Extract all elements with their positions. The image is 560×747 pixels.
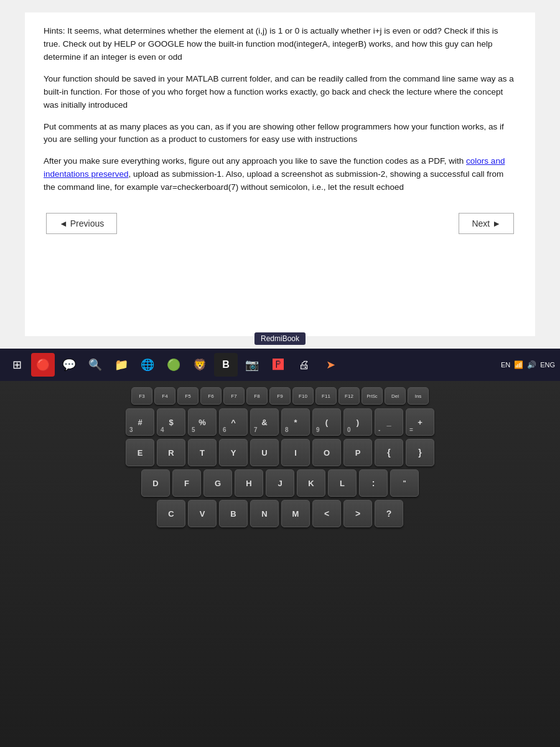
key-f4[interactable]: F4 <box>154 387 175 405</box>
key-j[interactable]: J <box>266 469 294 497</box>
taskbar-stop-icon[interactable]: 🔴 <box>31 353 55 377</box>
key-0[interactable]: ) 0 <box>343 408 372 436</box>
key-question[interactable]: ? <box>375 500 403 527</box>
key-8[interactable]: * 8 <box>281 408 310 436</box>
taskbar-chat-icon[interactable]: 💬 <box>57 353 81 377</box>
content-area: Hints: It seems, what determines whether… <box>0 0 560 349</box>
key-del[interactable]: Del <box>385 387 406 405</box>
qwerty-row: E R T Y U I O P { } <box>12 439 548 466</box>
key-h[interactable]: H <box>235 469 263 497</box>
key-f12[interactable]: F12 <box>338 387 360 405</box>
key-f10[interactable]: F10 <box>292 387 314 405</box>
hint3-text: Put comments at as many places as you ca… <box>44 122 504 144</box>
key-f11[interactable]: F11 <box>315 387 337 405</box>
key-i[interactable]: I <box>281 439 310 466</box>
key-prtsc[interactable]: PrtSc <box>362 387 383 405</box>
hint-paragraph-4: After you make sure everything works, fi… <box>44 155 516 194</box>
keyboard-area: F3 F4 F5 F6 F7 F8 F9 F10 F11 F12 PrtSc D… <box>0 381 560 747</box>
taskbar-brand-label: RedmiBook <box>254 332 306 345</box>
navigation-buttons: ◄ Previous Next ► <box>44 213 516 234</box>
key-7[interactable]: & 7 <box>250 408 279 436</box>
key-c[interactable]: C <box>157 500 185 527</box>
taskbar-start-icon[interactable]: ⊞ <box>5 353 29 377</box>
key-f6[interactable]: F6 <box>200 387 222 405</box>
key-y[interactable]: Y <box>219 439 248 466</box>
hint-paragraph-2: Your function should be saved in your MA… <box>44 73 516 112</box>
key-p[interactable]: P <box>343 439 372 466</box>
key-o[interactable]: O <box>312 439 341 466</box>
hint2-text: Your function should be saved in your MA… <box>44 74 514 110</box>
taskbar-b-icon[interactable]: B <box>214 353 238 377</box>
key-6[interactable]: ^ 6 <box>219 408 248 436</box>
hint-paragraph-1: Hints: It seems, what determines whether… <box>44 25 516 64</box>
key-d[interactable]: D <box>141 469 170 497</box>
hint-paragraph-3: Put comments at as many places as you ca… <box>44 121 516 147</box>
key-f9[interactable]: F9 <box>269 387 291 405</box>
key-r[interactable]: R <box>157 439 185 466</box>
key-quote[interactable]: " <box>390 469 419 497</box>
zxcv-row: C V B N M < > ? <box>12 500 548 527</box>
key-f5[interactable]: F5 <box>177 387 198 405</box>
taskbar-lang-label: ENG <box>540 361 555 369</box>
key-9[interactable]: ( 9 <box>312 408 341 436</box>
key-open-bracket[interactable]: { <box>375 439 403 466</box>
function-key-row: F3 F4 F5 F6 F7 F8 F9 F10 F11 F12 PrtSc D… <box>12 387 548 405</box>
taskbar-p-icon[interactable]: 🅿 <box>266 353 290 377</box>
key-plus[interactable]: + = <box>406 408 434 436</box>
key-m[interactable]: M <box>281 500 310 527</box>
key-3[interactable]: # 3 <box>126 408 154 436</box>
taskbar-right: EN 📶 🔊 ENG <box>501 360 555 369</box>
taskbar-brave-icon[interactable]: 🦁 <box>188 353 212 377</box>
taskbar-print-icon[interactable]: 🖨 <box>292 353 316 377</box>
key-f7[interactable]: F7 <box>223 387 245 405</box>
key-t[interactable]: T <box>188 439 217 466</box>
key-close-bracket[interactable]: } <box>406 439 434 466</box>
key-e[interactable]: E <box>126 439 154 466</box>
hint1-text: Hints: It seems, what determines whether… <box>44 26 498 62</box>
taskbar-volume-icon: 🔊 <box>527 360 536 369</box>
key-ins[interactable]: Ins <box>408 387 429 405</box>
key-k[interactable]: K <box>297 469 325 497</box>
taskbar: ⊞ 🔴 💬 🔍 📁 🌐 🟢 🦁 B 📷 🅿 🖨 ➤ EN 📶 🔊 ENG Red… <box>0 349 560 381</box>
number-row: # 3 $ 4 % 5 ^ 6 & 7 * 8 <box>12 408 548 436</box>
key-g[interactable]: G <box>203 469 232 497</box>
key-less-than[interactable]: < <box>312 500 341 527</box>
laptop-body: F3 F4 F5 F6 F7 F8 F9 F10 F11 F12 PrtSc D… <box>0 381 560 747</box>
key-semicolon[interactable]: : <box>359 469 388 497</box>
taskbar-en-label: EN <box>501 361 510 369</box>
key-b[interactable]: B <box>219 500 248 527</box>
key-v[interactable]: V <box>188 500 217 527</box>
previous-button[interactable]: ◄ Previous <box>46 213 117 234</box>
document-content: Hints: It seems, what determines whether… <box>25 12 535 336</box>
key-greater-than[interactable]: > <box>343 500 372 527</box>
key-minus[interactable]: _ - <box>375 408 403 436</box>
taskbar-search-icon[interactable]: 🔍 <box>83 353 107 377</box>
key-u[interactable]: U <box>250 439 279 466</box>
taskbar-chrome-icon[interactable]: 🟢 <box>162 353 185 377</box>
key-5[interactable]: % 5 <box>188 408 217 436</box>
taskbar-folder-icon[interactable]: 📁 <box>110 353 133 377</box>
key-n[interactable]: N <box>250 500 279 527</box>
taskbar-wifi-icon: 📶 <box>514 360 523 369</box>
hint4-pre-text: After you make sure everything works, fi… <box>44 156 466 166</box>
taskbar-camera-icon[interactable]: 📷 <box>240 353 264 377</box>
asdf-row: D F G H J K L : " <box>12 469 548 497</box>
next-button[interactable]: Next ► <box>459 213 514 234</box>
key-f[interactable]: F <box>172 469 201 497</box>
key-4[interactable]: $ 4 <box>157 408 185 436</box>
key-f8[interactable]: F8 <box>246 387 268 405</box>
key-f3[interactable]: F3 <box>131 387 152 405</box>
key-l[interactable]: L <box>328 469 357 497</box>
taskbar-arrow-icon[interactable]: ➤ <box>319 353 342 377</box>
taskbar-browser-icon[interactable]: 🌐 <box>136 353 159 377</box>
